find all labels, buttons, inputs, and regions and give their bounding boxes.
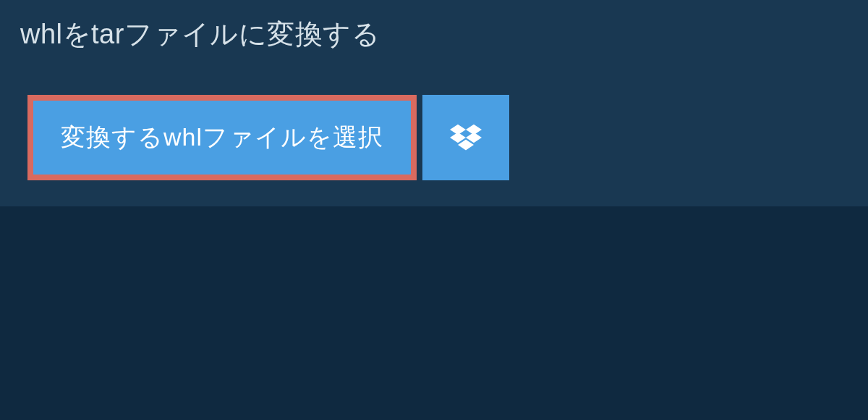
select-file-label: 変換するwhlファイルを選択 bbox=[61, 121, 383, 154]
dropbox-icon bbox=[450, 122, 482, 154]
converter-panel: whlをtarファイルに変換する 変換するwhlファイルを選択 bbox=[0, 0, 868, 206]
dropbox-button[interactable] bbox=[422, 95, 509, 180]
select-file-button[interactable]: 変換するwhlファイルを選択 bbox=[27, 95, 417, 180]
page-title: whlをtarファイルに変換する bbox=[20, 19, 380, 49]
title-bar: whlをtarファイルに変換する bbox=[0, 0, 403, 69]
button-row: 変換するwhlファイルを選択 bbox=[0, 69, 868, 180]
